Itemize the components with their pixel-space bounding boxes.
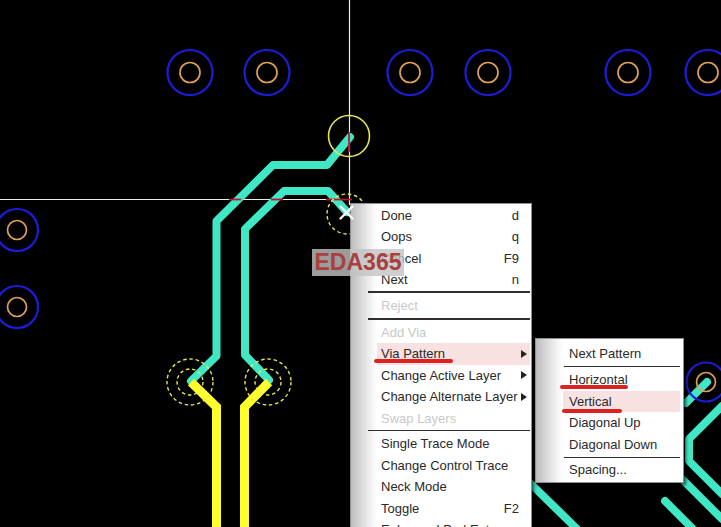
pad xyxy=(388,50,433,95)
menu-separator xyxy=(564,366,680,368)
red-underline-annotation xyxy=(374,359,453,363)
menu-separator xyxy=(564,457,680,459)
menu-item-done[interactable]: Doned xyxy=(377,205,530,227)
shortcut-key: q xyxy=(512,226,519,248)
menu-separator xyxy=(368,291,530,293)
submenu-arrow-icon xyxy=(521,393,527,401)
menu-left-gradient xyxy=(536,339,563,482)
menu-item-oops[interactable]: Oopsq xyxy=(377,226,530,248)
submenu-item-spacing[interactable]: Spacing... xyxy=(563,459,680,481)
pad xyxy=(245,50,290,95)
menu-item-swap-layers: Swap Layers xyxy=(377,408,530,430)
submenu-arrow-icon xyxy=(521,350,527,358)
menu-item-add-via: Add Via xyxy=(377,322,530,344)
submenu-arrow-icon xyxy=(521,371,527,379)
shortcut-key: F2 xyxy=(504,498,519,520)
menu-item-change-alternate-layer[interactable]: Change Alternate Layer xyxy=(377,386,530,408)
menu-separator xyxy=(368,430,530,432)
shortcut-key: n xyxy=(512,269,519,291)
bottom-layer-traces xyxy=(191,382,269,527)
menu-item-enhanced-pad-entry[interactable]: Enhanced Pad Entry xyxy=(377,519,530,527)
red-underline-annotation xyxy=(562,409,622,413)
pad xyxy=(168,50,213,95)
crosshair-cursor-marker xyxy=(338,204,355,221)
pad xyxy=(466,50,511,95)
menu-item-toggle[interactable]: ToggleF2 xyxy=(377,498,530,520)
submenu-item-diagonal-up[interactable]: Diagonal Up xyxy=(563,412,680,434)
submenu-item-diagonal-down[interactable]: Diagonal Down xyxy=(563,434,680,456)
pad xyxy=(606,50,651,95)
pad xyxy=(686,50,721,95)
shortcut-key: F9 xyxy=(504,248,519,270)
pad xyxy=(0,286,38,328)
menu-item-neck-mode[interactable]: Neck Mode xyxy=(377,476,530,498)
red-underline-annotation xyxy=(560,385,628,389)
menu-item-single-trace-mode[interactable]: Single Trace Mode xyxy=(377,433,530,455)
menu-item-reject: Reject xyxy=(377,295,530,317)
pcb-editor-canvas-screen: { "colors": { "board_bg": "#000000", "tr… xyxy=(0,0,721,527)
submenu-item-next-pattern[interactable]: Next Pattern xyxy=(563,343,680,365)
menu-separator xyxy=(368,318,530,320)
pad xyxy=(0,209,38,251)
menu-item-change-control-trace[interactable]: Change Control Trace xyxy=(377,455,530,477)
crosshair-lines xyxy=(0,0,352,205)
menu-item-change-active-layer[interactable]: Change Active Layer xyxy=(377,365,530,387)
eda365-watermark: EDA365 xyxy=(312,249,404,276)
shortcut-key: d xyxy=(512,205,519,227)
